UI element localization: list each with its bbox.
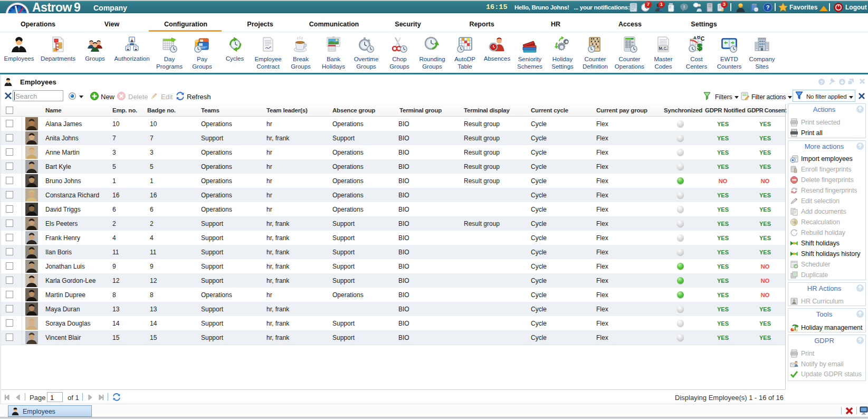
- svg-text:?: ?: [820, 80, 823, 85]
- svg-text:C: C: [701, 36, 704, 42]
- svg-text:%: %: [792, 220, 796, 225]
- svg-text:$: $: [697, 42, 702, 52]
- svg-text:B: B: [697, 36, 701, 40]
- svg-text:A: A: [693, 36, 697, 40]
- svg-text:?: ?: [766, 4, 770, 11]
- svg-text:M.C.: M.C.: [659, 46, 667, 51]
- svg-text:!: !: [683, 4, 685, 9]
